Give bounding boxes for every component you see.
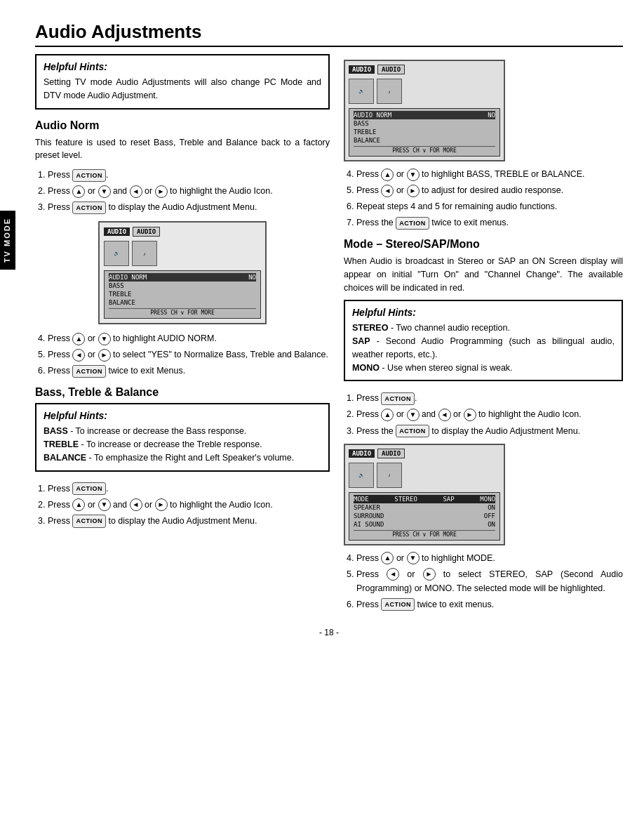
menu-row-speaker: SPEAKERON [354, 503, 495, 512]
helpful-hints-bass: Helpful Hints: BASS - To increase or dec… [35, 403, 330, 471]
audio-norm-steps-cont: Press ▲ or ▼ to highlight AUDIO NORM. Pr… [35, 331, 330, 378]
bass-treble-title: Bass, Treble & Balance [35, 386, 330, 399]
up-icon: ▲ [381, 168, 394, 181]
bass-treble-steps-cont: Press ▲ or ▼ to highlight BASS, TREBLE o… [344, 167, 623, 230]
helpful-hints-bass-title: Helpful Hints: [43, 410, 321, 421]
left-icon: ◄ [130, 185, 142, 198]
screen-menu-right-2: MODE STEREO SAP MONO SPEAKERON SURROUNDO… [349, 492, 500, 541]
action-btn: ACTION [72, 515, 106, 527]
left-icon: ◄ [438, 409, 451, 421]
screen-icon-rb: 🔊 [349, 463, 374, 488]
menu-row-bass: BASS [109, 282, 256, 290]
step-item: Press ACTION. [48, 168, 330, 182]
step-item: Press ▲ or ▼ and ◄ or ► to highlight the… [48, 498, 330, 512]
action-btn: ACTION [396, 217, 429, 230]
step-item: Press ▲ or ▼ to highlight MODE. [356, 551, 623, 565]
action-btn: ACTION [381, 392, 415, 405]
screen-label-outline: AUDIO [133, 227, 160, 237]
right-icon: ► [464, 409, 476, 421]
action-btn: ACTION [396, 425, 429, 437]
action-btn: ACTION [72, 365, 106, 378]
up-icon: ▲ [381, 409, 394, 421]
screen-label-dark: AUDIO [104, 227, 130, 236]
screen-menu-right-1: AUDIO NORMNO BASS TREBLE BALANCE PRESS C… [349, 108, 500, 157]
menu-row-mode: MODE STEREO SAP MONO [354, 495, 495, 503]
up-icon: ▲ [381, 552, 394, 564]
action-btn: ACTION [72, 201, 106, 214]
step-item: Press ◄ or ► to select STEREO, SAP (Seco… [356, 567, 623, 595]
hint-balance: BALANCE - To emphasize the Right and Lef… [43, 451, 321, 465]
right-icon: ► [98, 349, 111, 362]
side-tab: TV MODE [0, 211, 15, 270]
step-item: Press ▲ or ▼ and ◄ or ► to highlight the… [356, 407, 623, 421]
step-item: Press the ACTION twice to exit menus. [356, 216, 623, 230]
screen-footer-r1: PRESS CH ∨ FOR MORE [354, 146, 495, 154]
page-title: Audio Adjustments [35, 21, 623, 47]
mode-stereo-steps-cont: Press ▲ or ▼ to highlight MODE. Press ◄ … [344, 551, 623, 611]
helpful-hints-stereo: Helpful Hints: STEREO - Two channel audi… [344, 300, 623, 381]
mode-stereo-title: Mode – Stereo/SAP/Mono [344, 238, 623, 251]
screen-icon-r: 🔊 [349, 79, 374, 104]
menu-row-surround: SURROUNDOFF [354, 512, 495, 520]
step-item: Press ▲ or ▼ to highlight AUDIO NORM. [48, 331, 330, 345]
step-item: Press ACTION to display the Audio Adjust… [48, 514, 330, 528]
audio-norm-intro: This feature is used to reset Bass, Treb… [35, 136, 330, 163]
mode-stereo-steps: Press ACTION. Press ▲ or ▼ and ◄ or ► to… [344, 391, 623, 437]
step-item: Press ◄ or ► to select "YES" to Normaliz… [48, 348, 330, 362]
audio-norm-steps: Press ACTION. Press ▲ or ▼ and ◄ or ► to… [35, 168, 330, 214]
screen-icon-2: ♪ [132, 241, 157, 266]
menu-row-bass-r: BASS [354, 119, 495, 128]
menu-row-treble: TREBLE [109, 290, 256, 298]
right-column: AUDIO AUDIO 🔊 ♪ AUDIO NORMNO BASS TREBLE… [344, 54, 623, 614]
menu-row-balance-r: BALANCE [354, 136, 495, 145]
screen-icon-r2: ♪ [377, 79, 402, 104]
audio-norm-title: Audio Norm [35, 119, 330, 132]
down-icon: ▼ [407, 552, 420, 564]
menu-row-ai: AI SOUNDON [354, 520, 495, 529]
screen-label-outline-r: AUDIO [377, 65, 405, 74]
action-btn: ACTION [72, 482, 106, 495]
hint-sap: SAP - Second Audio Programming (such as … [352, 335, 615, 362]
right-icon: ► [155, 498, 168, 511]
step-item: Press ACTION to display the Audio Adjust… [48, 200, 330, 214]
menu-row-balance: BALANCE [109, 298, 256, 307]
down-icon: ▼ [407, 168, 420, 181]
menu-row-treble-r: TREBLE [354, 128, 495, 136]
screen-mockup-right-top: AUDIO AUDIO 🔊 ♪ AUDIO NORMNO BASS TREBLE… [344, 60, 505, 161]
action-btn: ACTION [72, 169, 106, 182]
hint-stereo: STEREO - Two channel audio reception. [352, 322, 615, 335]
screen-label-dark-r: AUDIO [349, 65, 375, 74]
screen-icon: 🔊 [104, 241, 129, 266]
down-icon: ▼ [98, 185, 111, 198]
helpful-hints-top: Helpful Hints: Setting TV mode Audio Adj… [35, 54, 330, 110]
step-item: Press the ACTION to display the Audio Ad… [356, 424, 623, 438]
left-icon: ◄ [72, 349, 85, 362]
screen-footer-1: PRESS CH ∨ FOR MORE [109, 308, 256, 316]
hint-treble: TREBLE - To increase or decrease the Tre… [43, 438, 321, 451]
step-item: Press ACTION twice to exit menus. [356, 597, 623, 611]
down-icon: ▼ [98, 498, 111, 511]
step-item: Press ▲ or ▼ and ◄ or ► to highlight the… [48, 184, 330, 198]
left-icon: ◄ [387, 568, 399, 581]
helpful-hints-top-title: Helpful Hints: [43, 61, 321, 72]
left-icon: ◄ [381, 185, 394, 197]
helpful-hints-top-text: Setting TV mode Audio Adjustments will a… [43, 76, 321, 102]
hint-mono: MONO - Use when stereo signal is weak. [352, 362, 615, 375]
screen-label-outline-rb: AUDIO [377, 449, 405, 458]
page-number: - 18 - [35, 628, 623, 637]
screen-menu-1: AUDIO NORMNO BASS TREBLE BALANCE PRESS C… [104, 270, 261, 319]
step-item: Press ACTION twice to exit Menus. [48, 364, 330, 378]
screen-label-dark-rb: AUDIO [349, 449, 375, 458]
step-item: Press ◄ or ► to adjust for desired audio… [356, 183, 623, 197]
left-icon: ◄ [130, 498, 142, 511]
right-icon: ► [155, 185, 168, 198]
hint-bass: BASS - To increase or decrease the Bass … [43, 425, 321, 438]
action-btn: ACTION [381, 598, 415, 611]
bass-treble-steps: Press ACTION. Press ▲ or ▼ and ◄ or ► to… [35, 482, 330, 528]
screen-mockup-1: AUDIO AUDIO 🔊 ♪ AUDIO NORMNO BASS TREBLE… [98, 221, 267, 324]
step-item: Press ▲ or ▼ to highlight BASS, TREBLE o… [356, 167, 623, 181]
left-column: Helpful Hints: Setting TV mode Audio Adj… [35, 54, 330, 614]
menu-row-norm: AUDIO NORMNO [109, 273, 256, 282]
menu-row-norm-r: AUDIO NORMNO [354, 111, 495, 119]
up-icon: ▲ [72, 333, 85, 345]
